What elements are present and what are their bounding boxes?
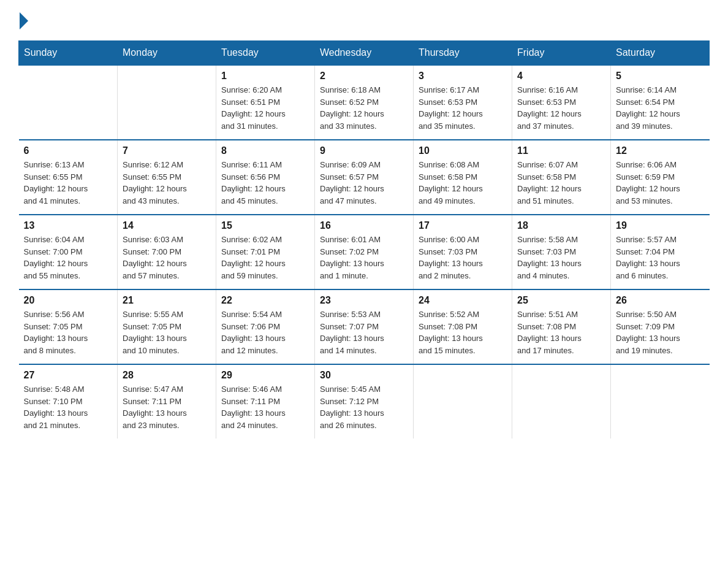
- day-number: 2: [320, 71, 408, 82]
- calendar-cell: 16Sunrise: 6:01 AMSunset: 7:02 PMDayligh…: [315, 215, 414, 289]
- day-info: Sunrise: 5:47 AMSunset: 7:11 PMDaylight:…: [123, 383, 211, 431]
- header-wednesday: Wednesday: [315, 41, 414, 66]
- calendar-cell: [611, 364, 710, 439]
- calendar-cell: 8Sunrise: 6:11 AMSunset: 6:56 PMDaylight…: [216, 140, 315, 215]
- page-header: [18, 12, 710, 29]
- calendar-cell: 2Sunrise: 6:18 AMSunset: 6:52 PMDaylight…: [315, 65, 414, 140]
- calendar-cell: 28Sunrise: 5:47 AMSunset: 7:11 PMDayligh…: [118, 364, 216, 439]
- calendar-cell: 29Sunrise: 5:46 AMSunset: 7:11 PMDayligh…: [216, 364, 315, 439]
- day-info: Sunrise: 6:01 AMSunset: 7:02 PMDaylight:…: [320, 234, 408, 282]
- day-info: Sunrise: 5:48 AMSunset: 7:10 PMDaylight:…: [24, 383, 113, 431]
- day-number: 13: [24, 220, 113, 231]
- day-number: 22: [221, 295, 309, 306]
- logo: [18, 12, 31, 29]
- day-info: Sunrise: 5:46 AMSunset: 7:11 PMDaylight:…: [221, 383, 309, 431]
- day-number: 30: [320, 370, 408, 381]
- calendar-cell: 1Sunrise: 6:20 AMSunset: 6:51 PMDaylight…: [216, 65, 315, 140]
- header-monday: Monday: [118, 41, 216, 66]
- day-number: 19: [616, 220, 705, 231]
- calendar-cell: 24Sunrise: 5:52 AMSunset: 7:08 PMDayligh…: [414, 289, 512, 364]
- day-info: Sunrise: 6:12 AMSunset: 6:55 PMDaylight:…: [123, 159, 211, 207]
- day-info: Sunrise: 6:16 AMSunset: 6:53 PMDaylight:…: [517, 84, 605, 132]
- day-number: 8: [221, 145, 309, 156]
- day-number: 12: [616, 145, 705, 156]
- day-number: 15: [221, 220, 309, 231]
- header-thursday: Thursday: [414, 41, 512, 66]
- header-tuesday: Tuesday: [216, 41, 315, 66]
- calendar-cell: 27Sunrise: 5:48 AMSunset: 7:10 PMDayligh…: [19, 364, 118, 439]
- day-info: Sunrise: 6:14 AMSunset: 6:54 PMDaylight:…: [616, 84, 705, 132]
- calendar-cell: 25Sunrise: 5:51 AMSunset: 7:08 PMDayligh…: [512, 289, 611, 364]
- day-info: Sunrise: 5:57 AMSunset: 7:04 PMDaylight:…: [616, 234, 705, 282]
- calendar-cell: 5Sunrise: 6:14 AMSunset: 6:54 PMDaylight…: [611, 65, 710, 140]
- day-number: 28: [123, 370, 211, 381]
- calendar-cell: 22Sunrise: 5:54 AMSunset: 7:06 PMDayligh…: [216, 289, 315, 364]
- calendar-cell: 9Sunrise: 6:09 AMSunset: 6:57 PMDaylight…: [315, 140, 414, 215]
- day-number: 27: [24, 370, 113, 381]
- calendar-table: SundayMondayTuesdayWednesdayThursdayFrid…: [18, 40, 710, 439]
- day-number: 25: [517, 295, 605, 306]
- header-saturday: Saturday: [611, 41, 710, 66]
- day-info: Sunrise: 6:20 AMSunset: 6:51 PMDaylight:…: [221, 84, 309, 132]
- day-info: Sunrise: 5:56 AMSunset: 7:05 PMDaylight:…: [24, 308, 113, 356]
- calendar-cell: 18Sunrise: 5:58 AMSunset: 7:03 PMDayligh…: [512, 215, 611, 289]
- day-info: Sunrise: 5:54 AMSunset: 7:06 PMDaylight:…: [221, 308, 309, 356]
- calendar-week-row: 13Sunrise: 6:04 AMSunset: 7:00 PMDayligh…: [19, 215, 710, 289]
- calendar-week-row: 1Sunrise: 6:20 AMSunset: 6:51 PMDaylight…: [19, 65, 710, 140]
- day-number: 9: [320, 145, 408, 156]
- day-info: Sunrise: 6:07 AMSunset: 6:58 PMDaylight:…: [517, 159, 605, 207]
- day-info: Sunrise: 6:18 AMSunset: 6:52 PMDaylight:…: [320, 84, 408, 132]
- day-info: Sunrise: 6:08 AMSunset: 6:58 PMDaylight:…: [419, 159, 507, 207]
- calendar-week-row: 6Sunrise: 6:13 AMSunset: 6:55 PMDaylight…: [19, 140, 710, 215]
- calendar-week-row: 27Sunrise: 5:48 AMSunset: 7:10 PMDayligh…: [19, 364, 710, 439]
- day-info: Sunrise: 5:52 AMSunset: 7:08 PMDaylight:…: [419, 308, 507, 356]
- day-number: 21: [123, 295, 211, 306]
- day-info: Sunrise: 6:17 AMSunset: 6:53 PMDaylight:…: [419, 84, 507, 132]
- calendar-cell: 6Sunrise: 6:13 AMSunset: 6:55 PMDaylight…: [19, 140, 118, 215]
- calendar-cell: 4Sunrise: 6:16 AMSunset: 6:53 PMDaylight…: [512, 65, 611, 140]
- day-number: 7: [123, 145, 211, 156]
- day-number: 14: [123, 220, 211, 231]
- calendar-cell: [118, 65, 216, 140]
- day-info: Sunrise: 6:04 AMSunset: 7:00 PMDaylight:…: [24, 234, 113, 282]
- day-number: 11: [517, 145, 605, 156]
- day-info: Sunrise: 5:55 AMSunset: 7:05 PMDaylight:…: [123, 308, 211, 356]
- day-info: Sunrise: 5:53 AMSunset: 7:07 PMDaylight:…: [320, 308, 408, 356]
- day-number: 17: [419, 220, 507, 231]
- calendar-cell: 3Sunrise: 6:17 AMSunset: 6:53 PMDaylight…: [414, 65, 512, 140]
- day-info: Sunrise: 5:45 AMSunset: 7:12 PMDaylight:…: [320, 383, 408, 431]
- calendar-cell: 17Sunrise: 6:00 AMSunset: 7:03 PMDayligh…: [414, 215, 512, 289]
- calendar-cell: 7Sunrise: 6:12 AMSunset: 6:55 PMDaylight…: [118, 140, 216, 215]
- day-number: 23: [320, 295, 408, 306]
- day-number: 1: [221, 71, 309, 82]
- calendar-cell: 12Sunrise: 6:06 AMSunset: 6:59 PMDayligh…: [611, 140, 710, 215]
- day-info: Sunrise: 5:58 AMSunset: 7:03 PMDaylight:…: [517, 234, 605, 282]
- calendar-cell: 20Sunrise: 5:56 AMSunset: 7:05 PMDayligh…: [19, 289, 118, 364]
- day-number: 26: [616, 295, 705, 306]
- calendar-cell: 11Sunrise: 6:07 AMSunset: 6:58 PMDayligh…: [512, 140, 611, 215]
- calendar-cell: 15Sunrise: 6:02 AMSunset: 7:01 PMDayligh…: [216, 215, 315, 289]
- header-friday: Friday: [512, 41, 611, 66]
- day-info: Sunrise: 6:02 AMSunset: 7:01 PMDaylight:…: [221, 234, 309, 282]
- day-number: 6: [24, 145, 113, 156]
- calendar-cell: 21Sunrise: 5:55 AMSunset: 7:05 PMDayligh…: [118, 289, 216, 364]
- day-number: 16: [320, 220, 408, 231]
- calendar-cell: 10Sunrise: 6:08 AMSunset: 6:58 PMDayligh…: [414, 140, 512, 215]
- day-info: Sunrise: 6:09 AMSunset: 6:57 PMDaylight:…: [320, 159, 408, 207]
- day-info: Sunrise: 6:00 AMSunset: 7:03 PMDaylight:…: [419, 234, 507, 282]
- day-info: Sunrise: 6:13 AMSunset: 6:55 PMDaylight:…: [24, 159, 113, 207]
- calendar-cell: 13Sunrise: 6:04 AMSunset: 7:00 PMDayligh…: [19, 215, 118, 289]
- calendar-cell: 30Sunrise: 5:45 AMSunset: 7:12 PMDayligh…: [315, 364, 414, 439]
- calendar-cell: [512, 364, 611, 439]
- calendar-cell: 14Sunrise: 6:03 AMSunset: 7:00 PMDayligh…: [118, 215, 216, 289]
- day-info: Sunrise: 6:11 AMSunset: 6:56 PMDaylight:…: [221, 159, 309, 207]
- day-number: 5: [616, 71, 705, 82]
- calendar-cell: 19Sunrise: 5:57 AMSunset: 7:04 PMDayligh…: [611, 215, 710, 289]
- day-number: 20: [24, 295, 113, 306]
- calendar-cell: [414, 364, 512, 439]
- day-number: 24: [419, 295, 507, 306]
- calendar-cell: 26Sunrise: 5:50 AMSunset: 7:09 PMDayligh…: [611, 289, 710, 364]
- day-info: Sunrise: 6:06 AMSunset: 6:59 PMDaylight:…: [616, 159, 705, 207]
- day-number: 3: [419, 71, 507, 82]
- calendar-header-row: SundayMondayTuesdayWednesdayThursdayFrid…: [19, 41, 710, 66]
